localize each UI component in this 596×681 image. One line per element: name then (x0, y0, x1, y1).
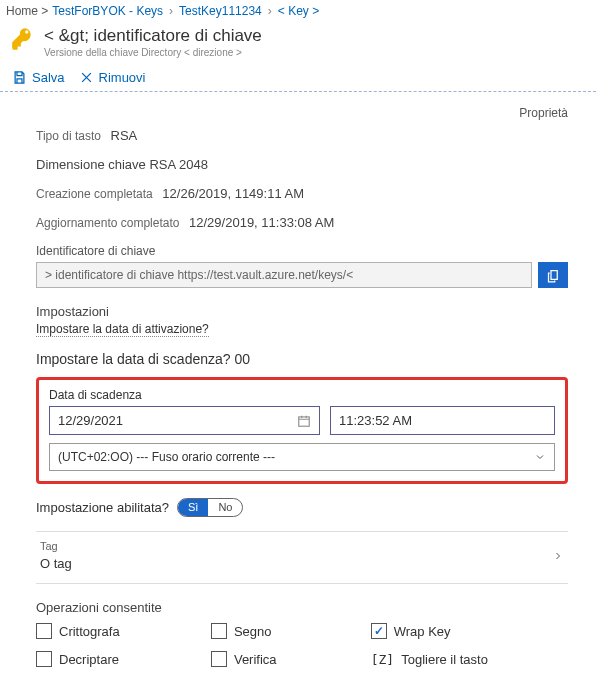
op-wrap[interactable]: Wrap Key (371, 623, 568, 639)
page-header: < &gt; identificatore di chiave Versione… (0, 22, 596, 64)
key-type-value: RSA (111, 128, 138, 143)
properties-heading: Proprietà (36, 106, 568, 120)
enabled-row: Impostazione abilitata? Sì No (36, 498, 568, 517)
checkbox-icon (36, 623, 52, 639)
chevron-right-icon: › (268, 4, 272, 18)
chevron-right-icon: › (169, 4, 173, 18)
settings-label: Impostazioni (36, 304, 568, 319)
updated-value: 12/29/2019, 11:33:08 AM (189, 215, 334, 230)
expiration-time-input[interactable]: 11:23:52 AM (330, 406, 555, 435)
key-type-row: Tipo di tasto RSA (36, 128, 568, 143)
copy-button[interactable] (538, 262, 568, 288)
created-value: 12/26/2019, 1149:11 AM (162, 186, 304, 201)
toolbar: Salva Rimuovi (0, 64, 596, 92)
checkbox-z-icon: [Z] (371, 652, 394, 667)
checkbox-icon (211, 623, 227, 639)
updated-row: Aggiornamento completato 12/29/2019, 11:… (36, 215, 568, 230)
operations-label: Operazioni consentite (36, 600, 568, 615)
enabled-toggle[interactable]: Sì No (177, 498, 243, 517)
expiration-question: Impostare la data di scadenza? 00 (36, 351, 568, 367)
created-label: Creazione completata (36, 187, 153, 201)
save-button[interactable]: Salva (12, 70, 65, 85)
close-icon (79, 70, 94, 85)
checkbox-icon (36, 651, 52, 667)
key-identifier-label: Identificatore di chiave (36, 244, 568, 258)
key-icon (10, 26, 36, 52)
svg-rect-0 (299, 416, 310, 425)
chevron-down-icon (534, 451, 546, 463)
key-identifier-input[interactable] (36, 262, 532, 288)
key-type-label: Tipo di tasto (36, 129, 101, 143)
tags-label: Tag (40, 540, 72, 552)
timezone-value: (UTC+02:OO) --- Fuso orario corrente --- (58, 450, 275, 464)
key-identifier-row (36, 262, 568, 288)
activation-question[interactable]: Impostare la data di attivazione? (36, 322, 209, 337)
remove-button[interactable]: Rimuovi (79, 70, 146, 85)
remove-label: Rimuovi (99, 70, 146, 85)
op-verify[interactable]: Verifica (211, 651, 363, 667)
breadcrumb-version[interactable]: < Key > (278, 4, 319, 18)
toggle-no: No (208, 499, 242, 516)
expiration-date-value: 12/29/2021 (58, 413, 123, 428)
checkbox-checked-icon (371, 623, 387, 639)
breadcrumb-keys[interactable]: TestForBYOK - Keys (52, 4, 163, 18)
expiration-time-value: 11:23:52 AM (339, 413, 412, 428)
expiration-date-input[interactable]: 12/29/2021 (49, 406, 320, 435)
chevron-right-icon (552, 550, 564, 562)
updated-label: Aggiornamento completato (36, 216, 179, 230)
expiration-date-label: Data di scadenza (49, 388, 555, 402)
op-encrypt[interactable]: Crittografa (36, 623, 203, 639)
tags-row[interactable]: Tag O tag (36, 531, 568, 584)
checkbox-icon (211, 651, 227, 667)
save-icon (12, 70, 27, 85)
enabled-label: Impostazione abilitata? (36, 500, 169, 515)
expiration-callout: Data di scadenza 12/29/2021 11:23:52 AM … (36, 377, 568, 484)
content: Proprietà Tipo di tasto RSA Dimensione c… (0, 92, 596, 681)
breadcrumb-home: Home > (6, 4, 48, 18)
op-unwrap[interactable]: [Z]Togliere il tasto (371, 651, 568, 667)
copy-icon (546, 268, 561, 283)
breadcrumb-key-name[interactable]: TestKey111234 (179, 4, 262, 18)
page-subtitle: Versione della chiave Directory < direzi… (44, 47, 262, 58)
calendar-icon (297, 414, 311, 428)
op-decrypt[interactable]: Decriptare (36, 651, 203, 667)
created-row: Creazione completata 12/26/2019, 1149:11… (36, 186, 568, 201)
tags-value: O tag (40, 556, 72, 571)
timezone-select[interactable]: (UTC+02:OO) --- Fuso orario corrente --- (49, 443, 555, 471)
key-size-row: Dimensione chiave RSA 2048 (36, 157, 568, 172)
breadcrumb: Home > TestForBYOK - Keys › TestKey11123… (0, 0, 596, 22)
save-label: Salva (32, 70, 65, 85)
toggle-yes: Sì (178, 499, 208, 516)
operations-grid: Crittografa Segno Wrap Key Decriptare Ve… (36, 623, 568, 667)
op-sign[interactable]: Segno (211, 623, 363, 639)
page-title: < &gt; identificatore di chiave (44, 26, 262, 46)
